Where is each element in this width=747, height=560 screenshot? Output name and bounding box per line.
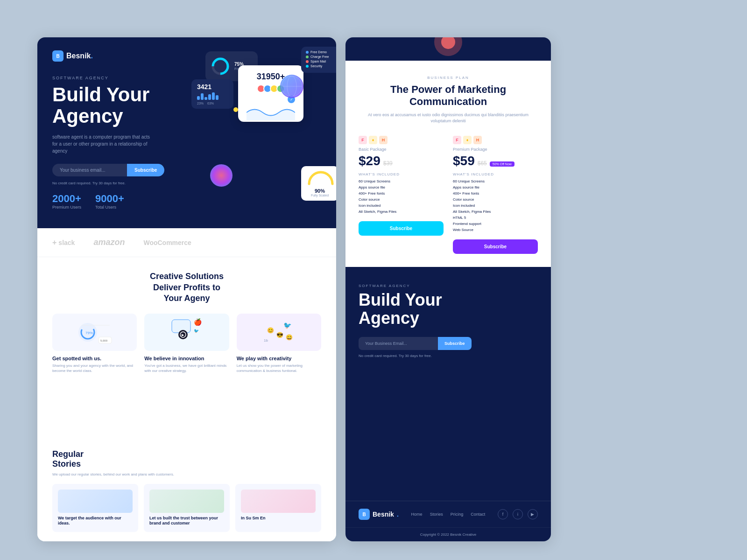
decorative-top-circle: [434, 37, 462, 56]
basic-feature-1: 60 Unique Screens: [359, 178, 444, 184]
mini-stats: 23% 63%: [197, 102, 228, 105]
feature-desc-2: You've got a business, we have got brill…: [144, 363, 229, 373]
html-icon: H: [379, 136, 388, 144]
hero-email-input[interactable]: [52, 164, 127, 176]
footer-form: Subscribe: [359, 337, 538, 350]
logo-icon: B: [52, 50, 63, 62]
footer-tag: SOFTWARE AGENCY: [359, 284, 538, 288]
feature-card-1: 79% 5,000 Get spotted with us. Sharing y…: [52, 314, 137, 373]
right-panel: BUSINESS PLAN The Power of MarketingComm…: [345, 37, 551, 541]
footer-link-home[interactable]: Home: [411, 512, 423, 517]
stat-total-users: 9000+ Total Users: [95, 193, 124, 210]
hero-subscribe-button[interactable]: Subscribe: [127, 164, 164, 176]
story-card-1: We target the audience with our ideas.: [52, 484, 138, 532]
footer-social: f i ▶: [498, 509, 538, 519]
footer-subscribe-button[interactable]: Subscribe: [438, 337, 472, 350]
premium-feature-8: Frontend support: [453, 221, 538, 227]
stories-grid: We target the audience with our ideas. L…: [52, 484, 321, 532]
premium-feature-5: Icon included: [453, 203, 538, 209]
brand-slack: + slack: [52, 238, 75, 247]
footer-links: Home Stories Pricing Contact: [411, 512, 486, 517]
footer-link-stories[interactable]: Stories: [430, 512, 443, 517]
footer-link-contact[interactable]: Contact: [471, 512, 485, 517]
hero-section: B Besnik. SOFTWARE AGENCY Build Your Age…: [37, 37, 336, 228]
features-grid: 79% 5,000 Get spotted with us. Sharing y…: [52, 314, 321, 373]
basic-feature-2: Apps source file: [359, 184, 444, 190]
bar-chart: [197, 92, 228, 100]
feature-card-2: ▶ 🍎 🐦 We believe in innovation You've go…: [144, 314, 229, 373]
feature-desc-1: Sharing you and your agency with the wor…: [52, 363, 137, 373]
feature-card-3: 🐦 😊 😎 😄 1b We play with creativity Let u…: [237, 314, 321, 373]
brand-woocommerce: WooCommerce: [143, 239, 191, 246]
basic-feature-6: All Sketch, Figma Files: [359, 209, 444, 215]
footer-hero-section: SOFTWARE AGENCY Build Your Agency Subscr…: [345, 267, 551, 501]
footer-logo: B Besnik.: [359, 509, 399, 520]
premium-icons: F ♦ H: [453, 136, 538, 144]
story-img-3: [241, 490, 316, 513]
footer-copyright: Copyright © 2022 Besnik Creative: [345, 527, 551, 541]
feature-title-1: Get spotted with us.: [52, 356, 137, 361]
brand-amazon: amazon: [93, 238, 125, 247]
premium-subscribe-button[interactable]: Subscribe: [453, 239, 538, 254]
svg-point-5: [282, 76, 302, 97]
premium-feature-1: 60 Unique Screens: [453, 178, 538, 184]
yellow-dot: [233, 107, 238, 112]
small-stat-card: 3421 23% 63%: [191, 79, 233, 109]
footer-title: Build Your Agency: [359, 291, 538, 328]
stories-title: RegularStories: [52, 449, 321, 469]
pricing-section: BUSINESS PLAN The Power of MarketingComm…: [345, 61, 551, 267]
figma-icon-2: F: [453, 136, 461, 144]
story-img-2: [149, 490, 224, 513]
svg-text:😊: 😊: [267, 327, 274, 334]
features-section: Creative SolutionsDeliver Profits toYour…: [37, 257, 336, 440]
svg-text:😄: 😄: [286, 334, 293, 341]
footer-nav: B Besnik. Home Stories Pricing Contact f…: [345, 501, 551, 527]
pricing-title: The Power of MarketingCommunication: [359, 84, 538, 108]
basic-subscribe-button[interactable]: Subscribe: [359, 221, 444, 236]
feature-title-3: We play with creativity: [237, 356, 321, 361]
figma-icon: F: [359, 136, 367, 144]
basic-icons: F ♦ H: [359, 136, 444, 144]
feature-desc-3: Let us show you the power of marketing c…: [237, 363, 321, 373]
basic-price: $29 $39: [359, 154, 444, 168]
hero-description: software agent is a computer program tha…: [52, 133, 155, 154]
basic-feature-3: 400+ Free fonts: [359, 190, 444, 196]
premium-feature-3: 400+ Free fonts: [453, 190, 538, 196]
decorative-blob: [210, 164, 233, 187]
sketch-icon-2: ♦: [463, 136, 472, 144]
youtube-icon[interactable]: ▶: [528, 509, 538, 519]
pricing-description: At vero eos at accusamus et iusto odio d…: [359, 112, 538, 125]
premium-package: F ♦ H Premium Package $59 $65 50% Off No…: [453, 136, 538, 254]
premium-feature-9: Web Source: [453, 227, 538, 233]
stories-section: RegularStories We upload our regular sto…: [37, 440, 336, 541]
premium-feature-6: All Sketch, Figma Files: [453, 209, 538, 215]
pricing-columns: F ♦ H Basic Package $29 $39 WHAT'S INCLU…: [359, 136, 538, 254]
svg-text:🐦: 🐦: [283, 322, 292, 329]
story-card-3: In Su Sm En: [235, 484, 321, 532]
feature-title-2: We believe in innovation: [144, 356, 229, 361]
basic-feature-4: Color source: [359, 196, 444, 203]
svg-text:1b: 1b: [264, 338, 268, 343]
premium-feature-7: HTML 5: [453, 215, 538, 221]
svg-text:🍎: 🍎: [194, 318, 202, 326]
facebook-icon[interactable]: f: [498, 509, 508, 519]
story-img-1: [58, 490, 133, 513]
html-icon-2: H: [473, 136, 482, 144]
svg-text:🐦: 🐦: [194, 328, 199, 334]
footer-email-input[interactable]: [359, 337, 438, 350]
premium-feature-4: Color source: [453, 196, 538, 203]
basic-package: F ♦ H Basic Package $29 $39 WHAT'S INCLU…: [359, 136, 444, 254]
instagram-icon[interactable]: i: [513, 509, 523, 519]
half-circle-progress: 90% Fully Scaled: [301, 166, 336, 201]
story-card-2: Let us built the trust between your bran…: [144, 484, 230, 532]
checklist-card: Free Demo Charge Free Spam Mail Security: [301, 47, 336, 73]
footer-link-pricing[interactable]: Pricing: [451, 512, 464, 517]
pricing-tag: BUSINESS PLAN: [359, 76, 538, 80]
logo-text: Besnik.: [66, 52, 93, 60]
brands-section: + slack amazon WooCommerce: [37, 228, 336, 257]
top-dark-bar: [345, 37, 551, 61]
premium-feature-2: Apps source file: [453, 184, 538, 190]
stat-premium-users: 2000+ Premium Users: [52, 193, 81, 210]
footer-logo-icon: B: [359, 509, 370, 520]
basic-feature-5: Icon included: [359, 203, 444, 209]
